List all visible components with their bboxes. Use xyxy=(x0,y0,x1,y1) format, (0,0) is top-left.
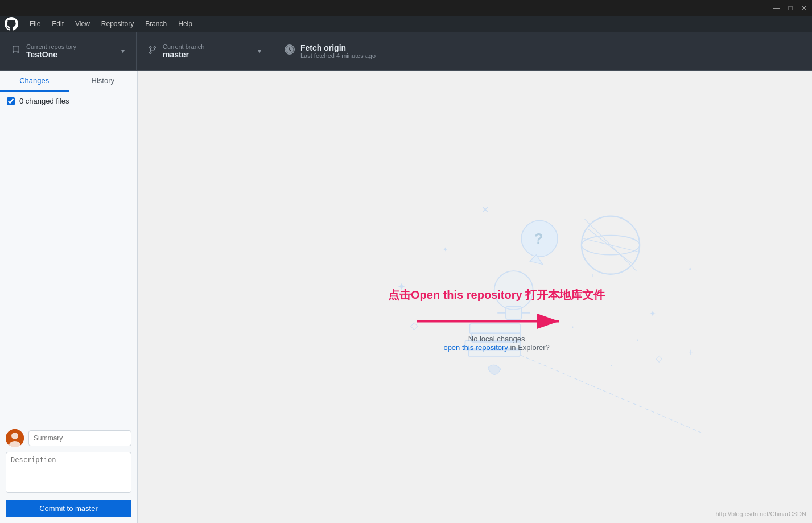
menu-edit[interactable]: Edit xyxy=(47,19,68,29)
menubar: File Edit View Repository Branch Help xyxy=(0,16,812,32)
svg-point-8 xyxy=(521,220,558,257)
svg-text:?: ? xyxy=(534,230,543,246)
branch-chevron-icon: ▾ xyxy=(258,47,261,55)
current-repo-section[interactable]: Current repository TestOne ▾ xyxy=(0,32,137,70)
open-repo-suffix: in Explorer? xyxy=(508,343,550,352)
repo-icon xyxy=(11,44,20,57)
summary-input[interactable] xyxy=(28,430,131,446)
toolbar: Current repository TestOne ▾ Current bra… xyxy=(0,32,812,71)
svg-text:✦: ✦ xyxy=(688,266,693,272)
svg-line-6 xyxy=(588,229,633,264)
fetch-label: Fetch origin xyxy=(300,43,376,52)
menu-repository[interactable]: Repository xyxy=(97,19,138,29)
github-logo-icon xyxy=(5,17,18,31)
changed-files-count: 0 changed files xyxy=(19,97,69,105)
repo-label: Current repository xyxy=(26,43,76,50)
svg-marker-10 xyxy=(530,255,543,265)
branch-text: Current branch master xyxy=(163,43,204,59)
svg-text:✦: ✦ xyxy=(443,246,448,253)
repo-value: TestOne xyxy=(26,50,76,59)
svg-text:+: + xyxy=(591,273,594,278)
menu-help[interactable]: Help xyxy=(174,19,197,29)
repo-text: Current repository TestOne xyxy=(26,43,76,59)
close-button[interactable]: ✕ xyxy=(801,5,807,11)
svg-text:✦: ✦ xyxy=(649,310,656,318)
titlebar: — □ ✕ xyxy=(0,0,812,16)
minimize-button[interactable]: — xyxy=(773,5,780,11)
description-input[interactable] xyxy=(6,452,131,493)
current-branch-section[interactable]: Current branch master ▾ xyxy=(137,32,273,70)
watermark: http://blog.csdn.net/ChinarCSDN xyxy=(715,510,806,517)
commit-area: Commit to master xyxy=(0,423,137,523)
svg-line-7 xyxy=(583,238,637,252)
menu-view[interactable]: View xyxy=(71,19,94,29)
fetch-text: Fetch origin Last fetched 4 minutes ago xyxy=(300,43,376,59)
svg-text:•: • xyxy=(636,337,638,343)
repo-chevron-icon: ▾ xyxy=(121,47,125,55)
main-layout: Changes History 0 changed files xyxy=(0,71,812,523)
svg-line-19 xyxy=(520,355,701,433)
svg-line-5 xyxy=(585,219,637,271)
menu-file[interactable]: File xyxy=(25,19,45,29)
svg-point-4 xyxy=(582,236,640,255)
maximize-button[interactable]: □ xyxy=(787,5,794,11)
content-area: ? ✦ ✦ ✦ ✦ • • xyxy=(138,71,812,523)
sidebar-tabs: Changes History xyxy=(0,71,137,92)
svg-text:+: + xyxy=(688,347,693,357)
select-all-checkbox[interactable] xyxy=(7,97,15,105)
arrow-container xyxy=(417,307,576,336)
changed-files-list: 0 changed files xyxy=(0,92,137,423)
branch-label: Current branch xyxy=(163,43,204,50)
svg-text:✕: ✕ xyxy=(481,205,489,215)
tab-history[interactable]: History xyxy=(69,71,138,92)
svg-point-3 xyxy=(582,216,640,274)
commit-button[interactable]: Commit to master xyxy=(6,500,131,517)
open-repo-link[interactable]: open this repository xyxy=(443,343,508,352)
window-controls: — □ ✕ xyxy=(773,5,807,11)
arrow-icon xyxy=(417,307,576,336)
branch-icon xyxy=(148,44,157,57)
open-repo-container: open this repository in Explorer? xyxy=(443,343,549,352)
avatar-summary-row xyxy=(6,429,131,447)
svg-text:•: • xyxy=(611,363,612,369)
svg-text:◇: ◇ xyxy=(656,353,663,363)
changed-files-row: 0 changed files xyxy=(0,92,137,110)
tab-changes[interactable]: Changes xyxy=(0,71,69,92)
fetch-icon xyxy=(285,44,295,57)
menu-branch[interactable]: Branch xyxy=(141,19,171,29)
fetch-sublabel: Last fetched 4 minutes ago xyxy=(300,52,376,59)
svg-point-1 xyxy=(11,433,18,439)
annotation-overlay: 点击Open this repository 打开本地库文件 No local … xyxy=(388,287,605,352)
chinese-annotation-text: 点击Open this repository 打开本地库文件 xyxy=(388,287,605,303)
fetch-origin-section[interactable]: Fetch origin Last fetched 4 minutes ago xyxy=(273,32,410,70)
avatar xyxy=(6,429,24,447)
no-changes-container: No local changes open this repository in… xyxy=(443,335,549,352)
branch-value: master xyxy=(163,50,204,59)
sidebar: Changes History 0 changed files xyxy=(0,71,138,523)
no-local-changes-text: No local changes xyxy=(443,335,549,343)
